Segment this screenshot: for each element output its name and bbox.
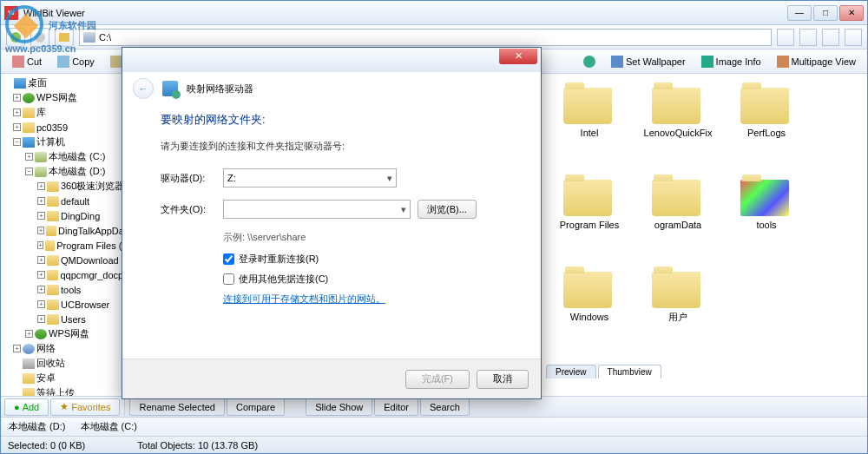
tree-wps2[interactable]: +WPS网盘 <box>1 326 132 341</box>
thumb-label: 用户 <box>668 312 687 322</box>
thumb-item[interactable]: tools <box>730 174 803 261</box>
thumb-item[interactable]: PerfLogs <box>730 82 803 169</box>
rename-button[interactable]: Rename Selected <box>129 398 224 416</box>
multipage-button[interactable]: Multipage View <box>771 52 862 71</box>
thumb-label: Program Files <box>560 220 619 230</box>
status-total: Total Objects: 10 (13.78 GB) <box>137 440 258 451</box>
status-bar: Selected: 0 (0 KB) Total Objects: 10 (13… <box>1 436 867 453</box>
tree-folder[interactable]: +qqpcmgr_docpro <box>1 267 132 282</box>
back-button[interactable] <box>6 28 25 47</box>
thumb-item[interactable]: Program Files <box>553 174 626 261</box>
cut-button[interactable]: Cut <box>6 52 48 71</box>
folder-tree[interactable]: 桌面 +WPS网盘 +库 +pc0359 −计算机 +本地磁盘 (C:) −本地… <box>1 74 133 396</box>
forward-button[interactable] <box>30 28 49 47</box>
tree-drive-c[interactable]: +本地磁盘 (C:) <box>1 149 132 164</box>
status-selected: Selected: 0 (0 KB) <box>8 440 85 451</box>
thumb-label: Intel <box>581 128 599 138</box>
maximize-button[interactable]: □ <box>813 5 838 21</box>
thumb-item[interactable]: 用户 <box>641 266 714 353</box>
thumb-label: LenovoQuickFix <box>644 128 713 138</box>
tree-folder[interactable]: +360极速浏览器 <box>1 179 132 194</box>
folder-label: 文件夹(O): <box>161 203 216 216</box>
tree-wps[interactable]: +WPS网盘 <box>1 90 132 105</box>
dialog-close-button[interactable]: ✕ <box>499 49 537 64</box>
search-button[interactable]: Search <box>420 398 470 416</box>
network-drive-icon <box>162 81 178 96</box>
tab-preview[interactable]: Preview <box>546 365 596 378</box>
dropdown-button[interactable] <box>777 29 794 46</box>
reconnect-checkbox[interactable] <box>223 253 234 265</box>
editor-button[interactable]: Editor <box>374 398 418 416</box>
tree-folder[interactable]: +default <box>1 194 132 208</box>
thumb-item[interactable]: Intel <box>553 82 626 169</box>
refresh-button[interactable] <box>577 52 602 71</box>
drive-combo[interactable]: Z: <box>223 168 397 188</box>
folder-combo[interactable] <box>223 200 411 219</box>
view-tabs: Preview Thumbview <box>541 361 867 378</box>
other-credentials-label: 使用其他凭据连接(C) <box>239 273 328 286</box>
thumb-label: tools <box>756 220 776 230</box>
tree-folder[interactable]: +Program Files (x8 <box>1 238 132 253</box>
tab-thumbview[interactable]: Thumbview <box>598 365 661 378</box>
minimize-button[interactable]: — <box>787 5 812 21</box>
drive-label: 驱动器(D): <box>161 172 216 185</box>
tree-folder[interactable]: +tools <box>1 282 132 297</box>
tree-network[interactable]: +网络 <box>1 341 132 356</box>
tree-folder[interactable]: +DingDing <box>1 208 132 223</box>
set-wallpaper-button[interactable]: Set Wallpaper <box>605 52 692 71</box>
tree-folder[interactable]: +DingTalkAppData <box>1 223 132 238</box>
favorites-button[interactable]: ★ Favorites <box>50 398 120 416</box>
drive-tab-c[interactable]: 本地磁盘 (C:) <box>77 420 136 433</box>
thumb-label: Windows <box>570 312 609 322</box>
cancel-button[interactable]: 取消 <box>477 370 529 389</box>
add-button[interactable]: ● Add <box>4 398 49 416</box>
map-network-drive-dialog: ✕ ← 映射网络驱动器 要映射的网络文件夹: 请为要连接到的连接和文件夹指定驱动… <box>122 47 542 399</box>
tree-computer[interactable]: −计算机 <box>1 135 132 149</box>
thumb-item[interactable]: LenovoQuickFix <box>641 82 714 169</box>
tree-recycle[interactable]: 回收站 <box>1 356 132 371</box>
view-button[interactable] <box>845 29 862 46</box>
address-text: C:\ <box>99 32 111 43</box>
favorite-button[interactable] <box>822 29 839 46</box>
up-folder-button[interactable] <box>55 28 74 47</box>
dialog-title: 映射网络驱动器 <box>187 82 253 95</box>
thumb-item[interactable]: ogramData <box>641 174 714 261</box>
tree-drive-d[interactable]: −本地磁盘 (D:) <box>1 164 132 179</box>
copy-button[interactable]: Copy <box>51 52 101 71</box>
slideshow-button[interactable]: Slide Show <box>306 398 372 416</box>
dialog-heading: 要映射的网络文件夹: <box>161 112 515 128</box>
tree-pc[interactable]: +pc0359 <box>1 120 132 135</box>
tree-android[interactable]: 安卓 <box>1 371 132 385</box>
example-text: 示例: \\server\share <box>223 231 515 244</box>
window-title: WildBit Viewer <box>23 8 787 18</box>
dialog-back-button[interactable]: ← <box>133 78 154 99</box>
finish-button[interactable]: 完成(F) <box>405 370 470 389</box>
storage-link[interactable]: 连接到可用于存储文档和图片的网站。 <box>223 293 515 306</box>
compare-button[interactable]: Compare <box>227 398 285 416</box>
tree-folder[interactable]: +QMDownload <box>1 253 132 267</box>
reconnect-label: 登录时重新连接(R) <box>239 253 319 266</box>
go-button[interactable] <box>799 29 817 46</box>
drive-tab-d[interactable]: 本地磁盘 (D:) <box>6 420 65 433</box>
tree-folder[interactable]: +UCBrowser <box>1 297 132 312</box>
address-bar: C:\ <box>1 25 867 49</box>
address-input[interactable]: C:\ <box>79 29 772 46</box>
browse-button[interactable]: 浏览(B)... <box>418 200 477 219</box>
app-icon: W <box>4 6 18 20</box>
tree-library[interactable]: +库 <box>1 105 132 120</box>
tree-waiting[interactable]: 等待上传 <box>1 385 132 396</box>
close-button[interactable]: ✕ <box>839 5 864 21</box>
thumb-label: ogramData <box>654 220 701 230</box>
dialog-titlebar: ✕ <box>122 48 541 72</box>
other-credentials-checkbox[interactable] <box>223 273 234 285</box>
drive-tabs: 本地磁盘 (D:) 本地磁盘 (C:) <box>1 417 867 436</box>
tree-desktop[interactable]: 桌面 <box>1 76 132 90</box>
image-info-button[interactable]: Image Info <box>695 52 767 71</box>
thumb-label: PerfLogs <box>747 128 786 138</box>
main-titlebar: W WildBit Viewer — □ ✕ <box>1 1 867 25</box>
thumb-item[interactable]: Windows <box>553 266 626 353</box>
dialog-description: 请为要连接到的连接和文件夹指定驱动器号: <box>161 140 515 153</box>
drive-icon <box>83 32 95 43</box>
tree-folder[interactable]: +Users <box>1 312 132 326</box>
